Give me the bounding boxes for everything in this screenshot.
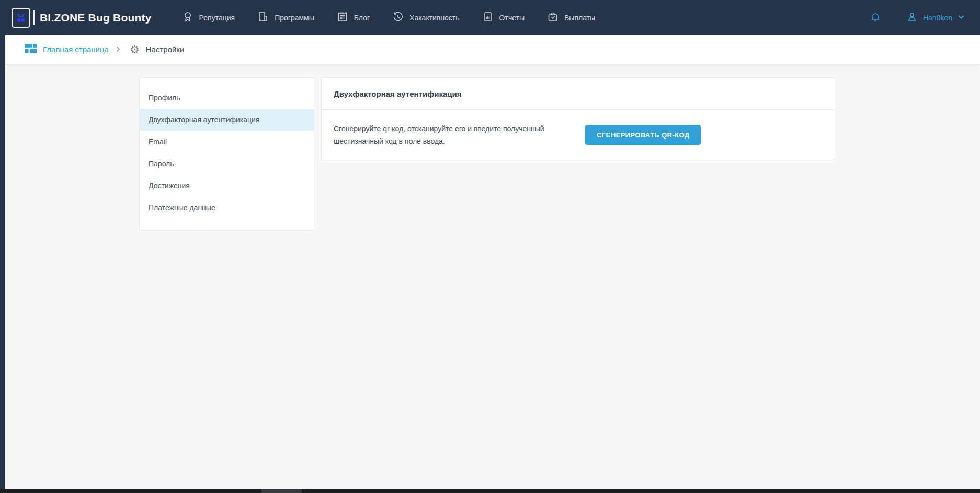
app-title: BI.ZONE Bug Bounty <box>40 12 152 24</box>
sidebar-item-payment-details[interactable]: Платежные данные <box>140 197 314 219</box>
card-body: Сгенерируйте qr-код, отсканируйте его и … <box>322 110 835 160</box>
breadcrumb-current: Настройки <box>146 45 185 54</box>
nav-item-label: Репутация <box>199 14 235 22</box>
nav-item-label: Выплаты <box>564 14 595 22</box>
card-title: Двухфакторная аутентификация <box>334 89 462 98</box>
gear-icon: ⚙ <box>130 44 140 55</box>
bug-logo-icon <box>12 8 30 28</box>
history-icon <box>392 10 404 25</box>
nav-item-programs[interactable]: Программы <box>246 0 325 35</box>
sidebar-item-profile[interactable]: Профиль <box>140 87 314 109</box>
app-logo[interactable]: BI.ZONE Bug Bounty <box>12 8 152 28</box>
top-navbar: BI.ZONE Bug Bounty Репутация Программы <box>0 0 980 35</box>
two-factor-card: Двухфакторная аутентификация Сгенерируйт… <box>321 77 835 160</box>
award-icon <box>181 10 194 25</box>
scrollbar-thumb[interactable] <box>261 489 302 493</box>
nav-item-blog[interactable]: Блог <box>325 0 381 35</box>
user-icon <box>906 10 918 25</box>
breadcrumb-bar: Главная страница ⚙ Настройки <box>5 35 980 64</box>
settings-content: Профиль Двухфакторная аутентификация Ema… <box>0 64 980 489</box>
sidebar-item-2fa[interactable]: Двухфакторная аутентификация <box>140 109 314 131</box>
payouts-icon <box>546 10 559 25</box>
logo-separator <box>33 10 35 25</box>
user-menu[interactable]: Han0ken <box>906 10 965 25</box>
sidebar-item-email[interactable]: Email <box>140 131 314 153</box>
generate-qr-button[interactable]: СГЕНЕРИРОВАТЬ QR-КОД <box>585 125 701 145</box>
two-factor-description: Сгенерируйте qr-код, отсканируйте его и … <box>334 122 559 147</box>
nav-item-label: Хакактивность <box>409 14 460 22</box>
window-left-edge <box>0 0 5 493</box>
chevron-down-icon <box>957 13 965 23</box>
breadcrumb-chevron-icon <box>115 45 121 54</box>
breadcrumb: Главная страница ⚙ Настройки <box>25 43 184 56</box>
building-icon <box>257 10 269 25</box>
nav-item-reports[interactable]: Отчеты <box>471 0 535 35</box>
nav-item-label: Отчеты <box>499 14 525 22</box>
card-header: Двухфакторная аутентификация <box>322 78 835 110</box>
dashboard-icon <box>25 43 37 56</box>
username-label: Han0ken <box>923 14 952 22</box>
sidebar-item-password[interactable]: Пароль <box>140 153 314 175</box>
horizontal-scrollbar[interactable] <box>0 489 980 493</box>
settings-sidebar: Профиль Двухфакторная аутентификация Ema… <box>139 77 314 231</box>
sidebar-item-achievements[interactable]: Достижения <box>140 175 314 197</box>
nav-item-reputation[interactable]: Репутация <box>170 0 246 35</box>
report-icon <box>482 10 494 25</box>
main-nav: Репутация Программы Блог <box>170 0 607 35</box>
bell-icon <box>869 10 882 25</box>
breadcrumb-home-link[interactable]: Главная страница <box>43 45 109 54</box>
nav-item-payouts[interactable]: Выплаты <box>535 0 606 35</box>
navbar-right: Han0ken <box>869 10 965 25</box>
notifications-button[interactable] <box>869 10 882 25</box>
nav-item-hackactivity[interactable]: Хакактивность <box>381 0 471 35</box>
nav-item-label: Программы <box>275 14 314 22</box>
blog-icon <box>336 10 349 25</box>
nav-item-label: Блог <box>354 14 370 22</box>
